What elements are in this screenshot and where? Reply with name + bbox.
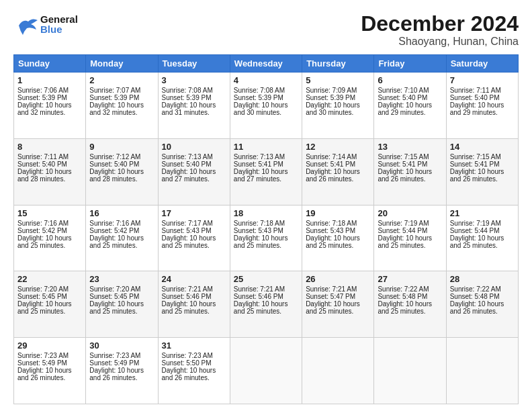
daylight: Daylight: 10 hours and 25 minutes.: [162, 234, 216, 249]
logo-words: General Blue: [40, 14, 78, 34]
sunset: Sunset: 5:43 PM: [162, 227, 212, 234]
page: General Blue December 2024 Shaoyang, Hun…: [0, 0, 532, 411]
calendar-day: 14 Sunrise: 7:15 AM Sunset: 5:41 PM Dayl…: [446, 138, 518, 205]
daylight: Daylight: 10 hours and 26 minutes.: [378, 168, 432, 183]
sunrise: Sunrise: 7:13 AM: [162, 153, 213, 161]
day-number: 22: [17, 274, 82, 284]
sunset: Sunset: 5:46 PM: [162, 293, 212, 300]
sunset: Sunset: 5:40 PM: [89, 161, 139, 168]
calendar-day: 12 Sunrise: 7:14 AM Sunset: 5:41 PM Dayl…: [302, 138, 374, 205]
sunset: Sunset: 5:41 PM: [306, 161, 355, 168]
calendar-day: 11 Sunrise: 7:13 AM Sunset: 5:41 PM Dayl…: [230, 138, 302, 205]
daylight: Daylight: 10 hours and 25 minutes.: [378, 300, 432, 315]
calendar-day: 22 Sunrise: 7:20 AM Sunset: 5:45 PM Dayl…: [14, 271, 86, 338]
calendar-day: 1 Sunrise: 7:06 AM Sunset: 5:39 PM Dayli…: [14, 73, 86, 139]
sunset: Sunset: 5:41 PM: [234, 161, 283, 168]
day-number: 20: [378, 208, 442, 218]
daylight: Daylight: 10 hours and 31 minutes.: [162, 101, 216, 116]
sunrise: Sunrise: 7:23 AM: [162, 352, 213, 359]
calendar-day: 30 Sunrise: 7:23 AM Sunset: 5:49 PM Dayl…: [86, 338, 158, 404]
sunrise: Sunrise: 7:23 AM: [17, 352, 69, 359]
calendar-day: 3 Sunrise: 7:08 AM Sunset: 5:39 PM Dayli…: [158, 73, 230, 139]
sunrise: Sunrise: 7:08 AM: [162, 87, 213, 94]
daylight: Daylight: 10 hours and 25 minutes.: [306, 234, 360, 249]
sunrise: Sunrise: 7:22 AM: [450, 285, 501, 293]
daylight: Daylight: 10 hours and 29 minutes.: [378, 101, 432, 116]
day-number: 15: [17, 208, 82, 218]
sunset: Sunset: 5:48 PM: [450, 293, 500, 300]
sunset: Sunset: 5:39 PM: [89, 94, 139, 101]
sunset: Sunset: 5:47 PM: [306, 293, 355, 300]
calendar-day: 26 Sunrise: 7:21 AM Sunset: 5:47 PM Dayl…: [302, 271, 374, 338]
calendar-week-4: 22 Sunrise: 7:20 AM Sunset: 5:45 PM Dayl…: [14, 271, 519, 338]
sunrise: Sunrise: 7:21 AM: [234, 285, 285, 293]
day-number: 4: [234, 75, 298, 85]
sunrise: Sunrise: 7:07 AM: [89, 87, 140, 94]
sunset: Sunset: 5:44 PM: [450, 227, 500, 234]
calendar-day: 18 Sunrise: 7:18 AM Sunset: 5:43 PM Dayl…: [230, 205, 302, 271]
daylight: Daylight: 10 hours and 30 minutes.: [234, 101, 288, 116]
daylight: Daylight: 10 hours and 25 minutes.: [89, 234, 144, 249]
sunset: Sunset: 5:49 PM: [89, 359, 139, 367]
sunset: Sunset: 5:49 PM: [17, 359, 67, 367]
calendar-header-monday: Monday: [86, 55, 158, 73]
calendar-day: [374, 338, 446, 404]
daylight: Daylight: 10 hours and 28 minutes.: [17, 168, 72, 183]
daylight: Daylight: 10 hours and 27 minutes.: [234, 168, 288, 183]
sunrise: Sunrise: 7:12 AM: [89, 153, 140, 161]
calendar-table: SundayMondayTuesdayWednesdayThursdayFrid…: [13, 54, 519, 404]
day-number: 31: [162, 340, 226, 351]
daylight: Daylight: 10 hours and 28 minutes.: [89, 168, 144, 183]
sunset: Sunset: 5:39 PM: [234, 94, 283, 101]
day-number: 9: [89, 142, 154, 152]
day-number: 10: [162, 142, 226, 152]
calendar-week-5: 29 Sunrise: 7:23 AM Sunset: 5:49 PM Dayl…: [14, 338, 519, 404]
daylight: Daylight: 10 hours and 25 minutes.: [234, 300, 288, 315]
daylight: Daylight: 10 hours and 26 minutes.: [89, 367, 144, 381]
sunset: Sunset: 5:42 PM: [89, 227, 139, 234]
day-number: 12: [306, 142, 370, 152]
sunset: Sunset: 5:43 PM: [234, 227, 283, 234]
day-number: 16: [89, 208, 154, 218]
calendar-day: 24 Sunrise: 7:21 AM Sunset: 5:46 PM Dayl…: [158, 271, 230, 338]
calendar-header-friday: Friday: [374, 55, 446, 73]
calendar-day: [230, 338, 302, 404]
sunset: Sunset: 5:43 PM: [306, 227, 355, 234]
calendar-day: 23 Sunrise: 7:20 AM Sunset: 5:45 PM Dayl…: [86, 271, 158, 338]
daylight: Daylight: 10 hours and 25 minutes.: [378, 234, 432, 249]
calendar-day: 27 Sunrise: 7:22 AM Sunset: 5:48 PM Dayl…: [374, 271, 446, 338]
day-number: 1: [17, 75, 82, 85]
calendar-day: 28 Sunrise: 7:22 AM Sunset: 5:48 PM Dayl…: [446, 271, 518, 338]
calendar-header-sunday: Sunday: [14, 55, 86, 73]
daylight: Daylight: 10 hours and 26 minutes.: [450, 300, 504, 315]
calendar-day: [302, 338, 374, 404]
calendar-subtitle: Shaoyang, Hunan, China: [361, 36, 519, 48]
day-number: 18: [234, 208, 298, 218]
calendar-day: 20 Sunrise: 7:19 AM Sunset: 5:44 PM Dayl…: [374, 205, 446, 271]
day-number: 29: [17, 340, 82, 351]
day-number: 23: [89, 274, 154, 284]
calendar-day: 31 Sunrise: 7:23 AM Sunset: 5:50 PM Dayl…: [158, 338, 230, 404]
sunrise: Sunrise: 7:23 AM: [89, 352, 140, 359]
day-number: 24: [162, 274, 226, 284]
sunrise: Sunrise: 7:11 AM: [17, 153, 69, 161]
day-number: 5: [306, 75, 370, 85]
day-number: 28: [450, 274, 515, 284]
sunrise: Sunrise: 7:15 AM: [450, 153, 501, 161]
sunset: Sunset: 5:39 PM: [306, 94, 355, 101]
sunrise: Sunrise: 7:09 AM: [306, 87, 357, 94]
day-number: 30: [89, 340, 154, 351]
calendar-day: 15 Sunrise: 7:16 AM Sunset: 5:42 PM Dayl…: [14, 205, 86, 271]
sunrise: Sunrise: 7:18 AM: [234, 220, 285, 227]
calendar-header-tuesday: Tuesday: [158, 55, 230, 73]
sunrise: Sunrise: 7:21 AM: [162, 285, 213, 293]
sunset: Sunset: 5:50 PM: [162, 359, 212, 367]
daylight: Daylight: 10 hours and 25 minutes.: [234, 234, 288, 249]
sunrise: Sunrise: 7:15 AM: [378, 153, 429, 161]
day-number: 8: [17, 142, 82, 152]
sunrise: Sunrise: 7:19 AM: [378, 220, 429, 227]
daylight: Daylight: 10 hours and 32 minutes.: [89, 101, 144, 116]
sunrise: Sunrise: 7:17 AM: [162, 220, 213, 227]
calendar-day: 13 Sunrise: 7:15 AM Sunset: 5:41 PM Dayl…: [374, 138, 446, 205]
daylight: Daylight: 10 hours and 27 minutes.: [162, 168, 216, 183]
